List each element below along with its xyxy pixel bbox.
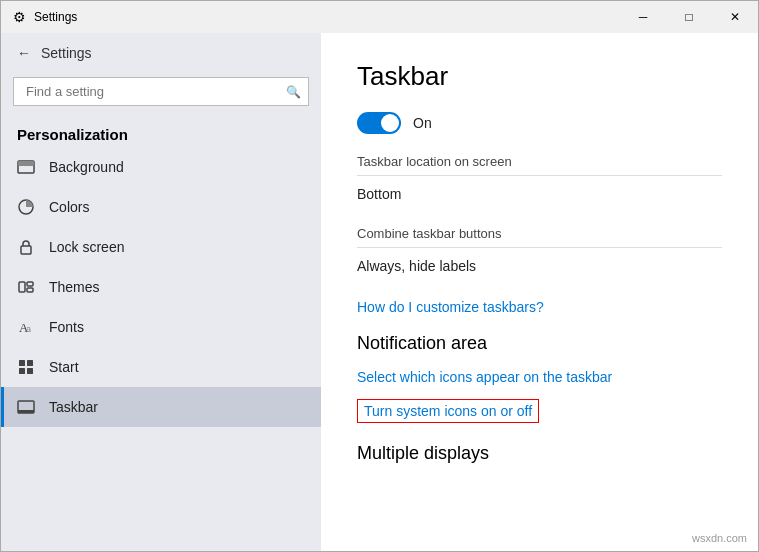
sidebar-item-label-taskbar: Taskbar [49, 399, 98, 415]
back-label: Settings [41, 45, 92, 61]
page-title: Taskbar [357, 61, 722, 92]
svg-rect-5 [27, 282, 33, 286]
title-bar: ⚙ Settings ─ □ ✕ [1, 1, 758, 33]
sidebar-item-label-start: Start [49, 359, 79, 375]
separator-1 [357, 175, 722, 176]
lock-screen-icon [17, 238, 35, 256]
window-body: ← Settings 🔍 Personalization Background [1, 33, 758, 551]
sidebar-item-themes[interactable]: Themes [1, 267, 321, 307]
close-button[interactable]: ✕ [712, 1, 758, 33]
sidebar-item-start[interactable]: Start [1, 347, 321, 387]
svg-rect-1 [18, 161, 34, 166]
title-bar-controls: ─ □ ✕ [620, 1, 758, 33]
settings-window: ⚙ Settings ─ □ ✕ ← Settings 🔍 Personaliz… [0, 0, 759, 552]
setting-location-value[interactable]: Bottom [357, 182, 722, 206]
minimize-button[interactable]: ─ [620, 1, 666, 33]
svg-rect-3 [21, 246, 31, 254]
svg-rect-9 [19, 360, 25, 366]
sidebar-item-taskbar[interactable]: Taskbar [1, 387, 321, 427]
back-arrow-icon: ← [17, 45, 31, 61]
svg-rect-14 [18, 410, 34, 413]
sidebar-item-label-themes: Themes [49, 279, 100, 295]
sidebar-item-lock-screen[interactable]: Lock screen [1, 227, 321, 267]
title-bar-left: ⚙ Settings [13, 9, 77, 25]
maximize-button[interactable]: □ [666, 1, 712, 33]
sidebar-section-title: Personalization [1, 118, 321, 147]
sidebar-item-background[interactable]: Background [1, 147, 321, 187]
svg-rect-10 [27, 360, 33, 366]
back-button[interactable]: ← Settings [1, 33, 321, 73]
start-icon [17, 358, 35, 376]
taskbar-icon [17, 398, 35, 416]
toggle-row: On [357, 112, 722, 134]
taskbar-toggle[interactable] [357, 112, 401, 134]
title-bar-title: Settings [34, 10, 77, 24]
sidebar-item-label-background: Background [49, 159, 124, 175]
setting-location-group: Taskbar location on screen Bottom [357, 154, 722, 206]
sidebar: ← Settings 🔍 Personalization Background [1, 33, 321, 551]
setting-combine-label: Combine taskbar buttons [357, 226, 722, 241]
separator-2 [357, 247, 722, 248]
toggle-label: On [413, 115, 432, 131]
settings-icon: ⚙ [13, 9, 26, 25]
search-icon: 🔍 [286, 85, 301, 99]
setting-combine-value[interactable]: Always, hide labels [357, 254, 722, 278]
colors-icon [17, 198, 35, 216]
watermark: wsxdn.com [692, 532, 747, 544]
svg-rect-6 [27, 288, 33, 292]
select-icons-link[interactable]: Select which icons appear on the taskbar [357, 369, 612, 385]
setting-combine-group: Combine taskbar buttons Always, hide lab… [357, 226, 722, 278]
setting-location-label: Taskbar location on screen [357, 154, 722, 169]
turn-system-icons-link[interactable]: Turn system icons on or off [364, 403, 532, 419]
sidebar-item-label-colors: Colors [49, 199, 89, 215]
notification-area-heading: Notification area [357, 333, 722, 354]
multiple-displays-heading: Multiple displays [357, 443, 722, 464]
svg-rect-12 [27, 368, 33, 374]
search-input[interactable] [13, 77, 309, 106]
sidebar-item-label-lock-screen: Lock screen [49, 239, 124, 255]
main-content: Taskbar On Taskbar location on screen Bo… [321, 33, 758, 551]
search-box: 🔍 [13, 77, 309, 106]
svg-rect-11 [19, 368, 25, 374]
toggle-knob [381, 114, 399, 132]
customize-link[interactable]: How do I customize taskbars? [357, 299, 544, 315]
sidebar-item-colors[interactable]: Colors [1, 187, 321, 227]
turn-system-icons-box: Turn system icons on or off [357, 399, 539, 423]
sidebar-item-label-fonts: Fonts [49, 319, 84, 335]
themes-icon [17, 278, 35, 296]
svg-text:a: a [26, 324, 31, 334]
background-icon [17, 158, 35, 176]
fonts-icon: A a [17, 318, 35, 336]
svg-rect-4 [19, 282, 25, 292]
sidebar-item-fonts[interactable]: A a Fonts [1, 307, 321, 347]
